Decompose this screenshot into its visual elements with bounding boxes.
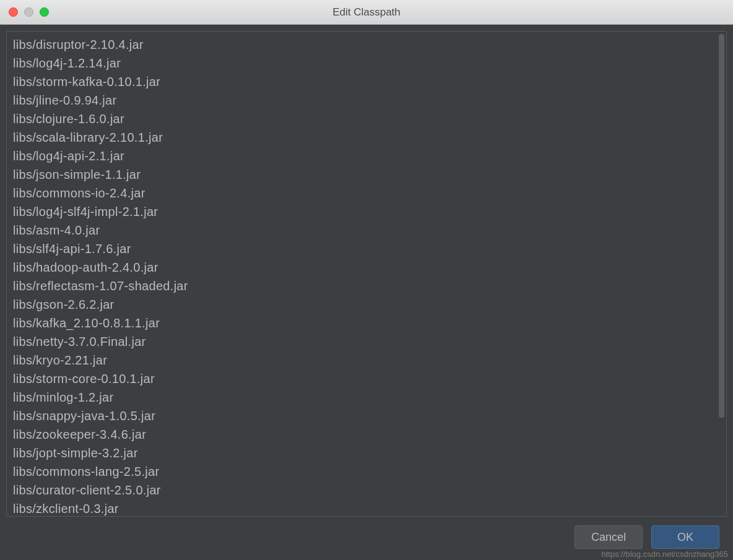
list-item[interactable]: libs/reflectasm-1.07-shaded.jar [13, 277, 720, 295]
list-item[interactable]: libs/netty-3.7.0.Final.jar [13, 332, 720, 351]
window-titlebar: Edit Classpath [0, 0, 733, 25]
close-icon[interactable] [9, 7, 18, 17]
classpath-list[interactable]: libs/disruptor-2.10.4.jarlibs/log4j-1.2.… [7, 32, 726, 516]
list-item[interactable]: libs/jopt-simple-3.2.jar [13, 444, 720, 462]
scrollbar-thumb[interactable] [719, 34, 724, 418]
list-item[interactable]: libs/log4j-slf4j-impl-2.1.jar [13, 202, 720, 221]
list-item[interactable]: libs/log4j-api-2.1.jar [13, 147, 720, 165]
list-item[interactable]: libs/zkclient-0.3.jar [13, 499, 720, 516]
maximize-icon[interactable] [40, 7, 49, 17]
scrollbar-track[interactable] [719, 34, 724, 514]
dialog-content: libs/disruptor-2.10.4.jarlibs/log4j-1.2.… [0, 25, 733, 560]
button-row: Cancel OK [6, 517, 727, 554]
ok-button[interactable]: OK [651, 525, 719, 549]
list-item[interactable]: libs/kafka_2.10-0.8.1.1.jar [13, 314, 720, 332]
list-item[interactable]: libs/zookeeper-3.4.6.jar [13, 425, 720, 444]
list-item[interactable]: libs/storm-kafka-0.10.1.jar [13, 72, 720, 91]
list-item[interactable]: libs/log4j-1.2.14.jar [13, 54, 720, 72]
list-item[interactable]: libs/commons-lang-2.5.jar [13, 462, 720, 481]
traffic-lights [0, 7, 49, 17]
list-item[interactable]: libs/curator-client-2.5.0.jar [13, 481, 720, 499]
minimize-icon[interactable] [24, 7, 33, 17]
list-item[interactable]: libs/slf4j-api-1.7.6.jar [13, 239, 720, 258]
list-item[interactable]: libs/minlog-1.2.jar [13, 388, 720, 407]
list-item[interactable]: libs/jline-0.9.94.jar [13, 91, 720, 110]
list-item[interactable]: libs/storm-core-0.10.1.jar [13, 369, 720, 388]
list-item[interactable]: libs/clojure-1.6.0.jar [13, 110, 720, 128]
cancel-button[interactable]: Cancel [575, 525, 643, 549]
list-item[interactable]: libs/json-simple-1.1.jar [13, 165, 720, 184]
classpath-list-container: libs/disruptor-2.10.4.jarlibs/log4j-1.2.… [6, 31, 727, 517]
window-title: Edit Classpath [332, 6, 401, 19]
list-item[interactable]: libs/hadoop-auth-2.4.0.jar [13, 258, 720, 277]
list-item[interactable]: libs/disruptor-2.10.4.jar [13, 35, 720, 54]
list-item[interactable]: libs/commons-io-2.4.jar [13, 184, 720, 202]
list-item[interactable]: libs/gson-2.6.2.jar [13, 295, 720, 314]
list-item[interactable]: libs/kryo-2.21.jar [13, 351, 720, 369]
list-item[interactable]: libs/asm-4.0.jar [13, 221, 720, 239]
list-item[interactable]: libs/snappy-java-1.0.5.jar [13, 407, 720, 425]
list-item[interactable]: libs/scala-library-2.10.1.jar [13, 128, 720, 147]
